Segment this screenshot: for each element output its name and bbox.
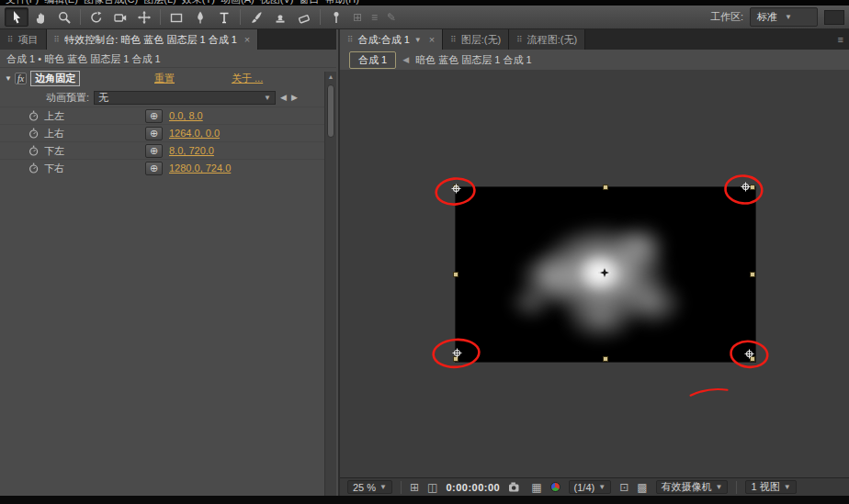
anchor-point-icon[interactable]	[597, 265, 612, 280]
stopwatch-icon[interactable]	[28, 144, 40, 157]
zoom-select[interactable]: 25 % ▼	[347, 480, 392, 494]
search-box[interactable]	[824, 10, 844, 25]
close-icon[interactable]: ×	[429, 34, 435, 45]
region-of-interest-icon[interactable]: ⊡	[619, 482, 628, 493]
target-icon: ⊕	[150, 110, 158, 121]
tab-composition[interactable]: ⠿ 合成:合成 1 ▼ ×	[340, 29, 443, 50]
comp-breadcrumb-button[interactable]: 合成 1	[349, 51, 396, 69]
snapshot-camera-icon[interactable]	[508, 481, 523, 493]
fx-icon[interactable]: fx	[15, 73, 27, 84]
panel-menu-icon[interactable]: ≡	[832, 29, 849, 50]
layer-handle-middle-right[interactable]	[750, 272, 755, 277]
composition-frame[interactable]	[456, 187, 755, 362]
preset-next-icon[interactable]: ▶	[291, 93, 298, 102]
bottombar-separator	[401, 481, 402, 494]
layer-handle-bottom-center[interactable]	[603, 356, 608, 362]
vertical-scrollbar[interactable]: ▲	[324, 72, 336, 496]
effect-point-target-button[interactable]: ⊕	[145, 144, 163, 158]
panel-grip-icon[interactable]: ⠿	[54, 35, 61, 44]
composition-viewport[interactable]	[340, 70, 849, 477]
tab-effect-controls[interactable]: ⠿ 特效控制台: 暗色 蓝色 固态层 1 合成 1 ×	[47, 29, 259, 50]
rotation-tool[interactable]	[85, 7, 108, 27]
panel-grip-icon[interactable]: ⠿	[7, 35, 14, 44]
chevron-down-icon: ▼	[716, 483, 723, 491]
close-icon[interactable]: ×	[244, 34, 250, 45]
chevron-down-icon: ▼	[379, 483, 387, 491]
panel-grip-icon[interactable]: ⠿	[450, 35, 457, 44]
disabled-tool-option-icon: ✎	[387, 11, 396, 24]
chevron-down-icon: ▼	[785, 13, 792, 21]
selection-tool[interactable]	[5, 7, 28, 27]
param-row-lower-right: 下右 ⊕ 1280.0, 724.0	[0, 159, 336, 176]
pen-nib-icon	[193, 10, 208, 25]
param-value[interactable]: 1280.0, 724.0	[169, 162, 231, 174]
viewer-bottom-bar: 25 % ▼ ⊞ ◫ 0:00:00:00 ▦ (1/4) ▼ ⊡ ▩ 有效摄像…	[340, 477, 849, 496]
scroll-up-icon[interactable]: ▲	[325, 72, 336, 80]
show-snapshot-icon[interactable]: ▦	[531, 482, 541, 493]
param-value[interactable]: 0.0, 8.0	[169, 110, 203, 121]
effect-point-target-button[interactable]: ⊕	[145, 109, 163, 123]
stamp-icon	[273, 10, 288, 25]
after-effects-window: 文件(F) 编辑(E) 图像合成(C) 图层(L) 效果(T) 动画(A) 视图…	[0, 0, 849, 504]
mask-visibility-icon[interactable]: ◫	[427, 482, 437, 493]
effect-point-target-button[interactable]: ⊕	[145, 162, 163, 175]
breadcrumb-arrow-icon: ◀	[402, 55, 409, 64]
channels-icon[interactable]	[550, 482, 560, 492]
corner-pin-point-upper-left[interactable]	[451, 184, 461, 194]
hand-icon	[33, 10, 48, 25]
puppet-pin-tool[interactable]	[324, 7, 348, 27]
breadcrumb-layer-name: 暗色 蓝色 固态层 1 合成 1	[415, 53, 532, 67]
tab-layer[interactable]: ⠿ 图层:(无)	[443, 29, 509, 50]
animation-preset-label: 动画预置:	[0, 91, 94, 105]
corner-pin-point-lower-right[interactable]	[744, 349, 754, 359]
pan-behind-tool[interactable]	[132, 7, 156, 27]
scrollbar-thumb[interactable]	[327, 84, 334, 138]
workspace-select[interactable]: 标准 ▼	[750, 7, 818, 27]
zoom-tool[interactable]	[52, 7, 76, 27]
view-layout-select[interactable]: 1 视图 ▼	[745, 480, 796, 494]
mask-shape-tool[interactable]	[164, 7, 188, 27]
reset-link[interactable]: 重置	[154, 72, 175, 85]
panel-grip-icon[interactable]: ⠿	[516, 35, 523, 44]
transparency-grid-icon[interactable]: ▩	[637, 482, 647, 493]
about-link[interactable]: 关于 ...	[232, 72, 263, 85]
tab-flowchart[interactable]: ⠿ 流程图:(无)	[509, 29, 585, 50]
bottom-edge-strip	[0, 496, 849, 504]
corner-pin-point-upper-right[interactable]	[741, 182, 751, 192]
panel-grip-icon[interactable]: ⠿	[347, 35, 354, 44]
resolution-select[interactable]: (1/4) ▼	[569, 480, 612, 494]
param-row-lower-left: 下左 ⊕ 8.0, 720.0	[0, 141, 336, 159]
unified-camera-tool[interactable]	[108, 7, 132, 27]
stopwatch-icon[interactable]	[28, 162, 40, 174]
toolbar-separator	[80, 9, 81, 25]
preset-prev-icon[interactable]: ◀	[280, 93, 287, 102]
viewer-tabbar: ⠿ 合成:合成 1 ▼ × ⠿ 图层:(无) ⠿ 流程图:(无) ≡	[340, 29, 849, 50]
pen-tool[interactable]	[188, 7, 212, 27]
type-tool[interactable]	[212, 7, 236, 27]
rotate-icon	[89, 10, 104, 25]
stopwatch-icon[interactable]	[28, 109, 40, 122]
collapse-triangle-icon[interactable]: ▼	[5, 74, 12, 83]
param-label: 上右	[44, 127, 145, 140]
clone-stamp-tool[interactable]	[268, 7, 292, 27]
disabled-tool-option-icon: ≡	[371, 11, 378, 24]
effect-controls-panel: ⠿ 项目 ⠿ 特效控制台: 暗色 蓝色 固态层 1 合成 1 × 合成 1 • …	[0, 29, 336, 496]
param-label: 上左	[44, 109, 145, 123]
layer-handle-middle-left[interactable]	[453, 272, 458, 277]
tab-project[interactable]: ⠿ 项目	[0, 29, 47, 50]
active-camera-select[interactable]: 有效摄像机 ▼	[656, 480, 729, 494]
effect-name[interactable]: 边角固定	[30, 71, 80, 86]
effect-point-target-button[interactable]: ⊕	[145, 127, 163, 140]
layer-handle-top-center[interactable]	[603, 185, 608, 190]
grid-and-guides-icon[interactable]: ⊞	[410, 482, 419, 493]
current-time-field[interactable]: 0:00:00:00	[446, 482, 500, 493]
param-value[interactable]: 1264.0, 0.0	[169, 128, 220, 139]
brush-tool[interactable]	[244, 7, 268, 27]
stopwatch-icon[interactable]	[28, 127, 40, 140]
animation-preset-select[interactable]: 无 ▼	[94, 91, 276, 105]
eraser-tool[interactable]	[292, 7, 316, 27]
hand-tool[interactable]	[28, 7, 52, 27]
corner-pin-point-lower-left[interactable]	[452, 348, 462, 358]
param-value[interactable]: 8.0, 720.0	[169, 145, 214, 156]
chevron-down-icon[interactable]: ▼	[414, 36, 422, 44]
